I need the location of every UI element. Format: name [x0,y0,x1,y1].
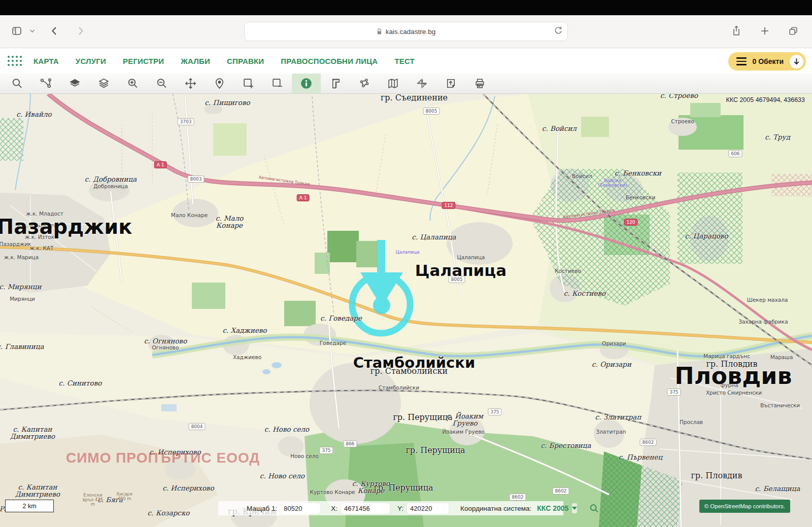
layers-filled-tool-button[interactable] [60,74,89,93]
sidebar-toggle-button[interactable] [9,23,24,39]
measure-tool-button[interactable] [321,74,350,93]
y-coordinate-input[interactable] [407,503,449,514]
scale-label: Мащаб 1: [247,505,277,512]
objects-count-label: 0 Обекти [753,57,784,65]
reload-button[interactable] [554,25,562,37]
crs-dropdown-button[interactable] [572,503,577,513]
nav-item-zhalbi[interactable]: ЖАЛБИ [181,57,210,65]
route-icon [40,77,52,90]
share-icon [731,25,742,37]
nav-item-spravki[interactable]: СПРАВКИ [227,57,264,65]
layers-icon [97,77,110,90]
crs-select[interactable]: ККС 2005 [537,504,568,512]
zoom-out-icon [155,77,168,90]
info-icon [299,77,313,90]
browser-chrome: kais.cadastre.bg [0,15,812,48]
main-nav: КАРТА УСЛУГИ РЕГИСТРИ ЖАЛБИ СПРАВКИ ПРАВ… [0,48,812,74]
map-fold-tool-button[interactable] [379,74,408,93]
window-titlebar [0,0,812,15]
lock-icon [377,28,382,35]
nav-item-karta[interactable]: КАРТА [33,57,59,65]
zoom-in-tool-button[interactable] [118,74,147,93]
chevron-right-icon [76,25,86,37]
coordinates-search-button[interactable] [589,503,599,514]
info-tool-button[interactable] [292,74,321,93]
print-icon [473,77,486,90]
search-tool-button[interactable] [3,74,31,93]
map-toolbar [0,74,812,94]
search-icon [589,503,599,514]
nav-item-uslugi[interactable]: УСЛУГИ [76,57,106,65]
cursor-coordinates-readout: ККС 2005 4679494, 436633 [726,96,805,103]
objects-button[interactable]: 0 Обекти [728,52,806,71]
export-tool-button[interactable] [436,74,465,93]
caret-down-icon [572,507,577,510]
osm-attribution-link[interactable]: © OpenStreetMap contributors. [699,500,790,513]
url-text: kais.cadastre.bg [386,28,435,36]
collapse-panel-button[interactable] [790,55,803,68]
scale-bar: 2 km [5,500,54,512]
export-icon [445,77,457,90]
route-tool-button[interactable] [31,74,60,93]
crs-label: Координатна система: [460,505,531,512]
zoom-out-tool-button[interactable] [147,74,176,93]
scale-input[interactable] [281,503,320,514]
polygon-select-tool-button[interactable] [350,74,379,93]
print-tool-button[interactable] [465,74,494,93]
map-canvas[interactable]: ПазарджикЦалапицаСтамболийскиПловдивгр. … [0,94,812,527]
nav-item-test[interactable]: ТЕСТ [394,57,415,65]
select-add-icon [242,77,255,90]
polygon-select-icon [358,77,370,90]
x-coordinate-input[interactable] [341,503,390,514]
location-pin-icon [213,77,226,90]
select-add-tool-button[interactable] [234,74,263,93]
back-button[interactable] [47,23,62,39]
plus-icon [760,26,770,36]
pan-icon [184,77,197,90]
arrow-down-icon [793,57,800,65]
zoom-in-icon [126,77,139,90]
menu-icon [736,57,747,65]
url-bar[interactable]: kais.cadastre.bg [244,22,568,41]
apps-grid-icon[interactable] [8,56,22,66]
coordinate-axes-tool-button[interactable] [408,74,436,93]
sidebar-menu-chevron[interactable] [28,23,36,39]
map-fold-icon [387,77,399,90]
nav-item-registri[interactable]: РЕГИСТРИ [123,57,164,65]
layers-filled-icon [69,77,81,90]
select-subtract-icon [271,77,284,90]
y-label: Y: [397,505,403,512]
map-statusbar: Мащаб 1: X: Y: Координатна система: ККС … [218,501,563,515]
chevron-left-icon [49,25,59,37]
new-tab-button[interactable] [757,23,772,39]
layers-tool-button[interactable] [89,74,118,93]
tab-overview-button[interactable] [786,23,801,39]
select-subtract-tool-button[interactable] [263,74,292,93]
app-window: kais.cadastre.bg КАРТА УСЛУГИ РЕГИСТРИ Ж… [0,0,812,527]
location-pin-tool-button[interactable] [205,74,234,93]
measure-icon [329,77,342,90]
share-button[interactable] [729,23,744,39]
pan-tool-button[interactable] [176,74,205,93]
forward-button[interactable] [73,23,88,39]
x-label: X: [331,505,337,512]
coordinate-axes-icon [416,77,428,90]
search-icon [11,77,23,90]
sidebar-icon [11,25,23,37]
reload-icon [554,25,562,35]
tabs-icon [788,25,799,37]
watermark: СИМО ПРОПЪРТИС ЕООД [66,450,260,466]
chevron-down-icon [29,29,35,33]
nav-item-pravosposobni-litsa[interactable]: ПРАВОСПОСОБНИ ЛИЦА [281,57,378,65]
